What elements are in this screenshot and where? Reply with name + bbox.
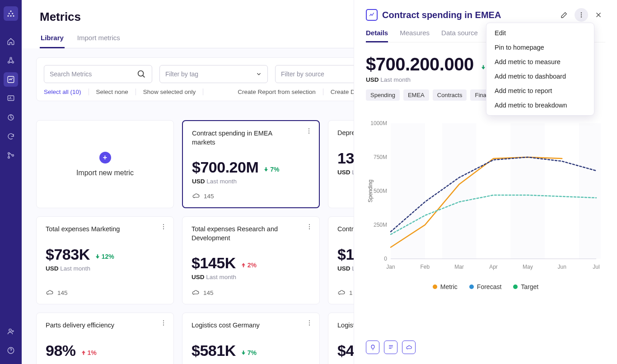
- main-region: Metrics Library Import metrics Search Me…: [22, 0, 617, 364]
- metric-card[interactable]: Parts delivery efficiency 98%1%: [36, 313, 174, 364]
- import-metric-card[interactable]: + Import new metric: [36, 120, 174, 208]
- svg-rect-45: [391, 123, 425, 259]
- svg-point-6: [10, 57, 12, 59]
- svg-point-18: [308, 128, 309, 129]
- nav-dashboards[interactable]: [4, 91, 18, 106]
- svg-point-1: [9, 13, 10, 14]
- menu-item-add-measure[interactable]: Add metric to measure: [486, 55, 594, 69]
- svg-text:May: May: [523, 264, 533, 270]
- svg-point-42: [581, 12, 582, 13]
- svg-point-7: [8, 61, 10, 63]
- tab-import-metrics[interactable]: Import metrics: [76, 30, 121, 48]
- nav-help[interactable]: [4, 343, 18, 358]
- create-report-link[interactable]: Create Report from selection: [230, 89, 323, 95]
- nav-reports[interactable]: [4, 110, 18, 125]
- card-title: Total expenses Marketing: [46, 225, 150, 234]
- svg-point-15: [9, 329, 11, 331]
- card-more-icon[interactable]: [306, 319, 313, 328]
- left-navbar: [0, 0, 22, 364]
- menu-item-add-dashboard[interactable]: Add metric to dashboard: [486, 69, 594, 84]
- card-title: Total expenses Research and Development: [192, 225, 295, 243]
- svg-rect-46: [442, 123, 477, 259]
- svg-text:Spending: Spending: [367, 180, 374, 203]
- card-more-icon[interactable]: [305, 127, 313, 136]
- search-placeholder: Search Metrics: [50, 70, 92, 78]
- svg-point-19: [308, 131, 309, 131]
- nav-metrics[interactable]: [4, 72, 18, 87]
- metric-card[interactable]: Contract spending in EMEA markets $700.2…: [182, 120, 320, 208]
- nav-users[interactable]: [4, 324, 18, 339]
- search-icon: [136, 69, 146, 79]
- import-label: Import new metric: [76, 169, 134, 177]
- panel-tab-measures[interactable]: Measures: [400, 29, 430, 42]
- card-currency: USD: [192, 274, 205, 280]
- menu-item-add-breakdown[interactable]: Add metric to breakdown: [486, 98, 594, 112]
- svg-text:Feb: Feb: [420, 264, 430, 270]
- svg-text:Jun: Jun: [557, 264, 566, 270]
- filter-tag-select[interactable]: Filter by tag: [159, 65, 268, 83]
- svg-point-38: [309, 325, 310, 326]
- insight-button[interactable]: [366, 341, 379, 354]
- card-value: $783K: [46, 246, 90, 263]
- panel-tab-details[interactable]: Details: [366, 29, 388, 42]
- card-more-icon[interactable]: [160, 319, 167, 328]
- nav-home[interactable]: [4, 34, 18, 49]
- card-currency: USD: [337, 265, 351, 272]
- card-delta: 12%: [94, 253, 114, 260]
- svg-rect-10: [8, 96, 14, 101]
- tag-chip[interactable]: EMEA: [403, 89, 429, 101]
- metric-card[interactable]: Total expenses Marketing $783K12% USD La…: [36, 216, 174, 304]
- panel-tab-data-source[interactable]: Data source: [441, 29, 478, 42]
- card-more-icon[interactable]: [160, 223, 167, 232]
- svg-point-2: [12, 13, 13, 14]
- more-options-button[interactable]: [575, 8, 588, 22]
- chevron-down-icon: [256, 71, 262, 77]
- legend-metric: Metric: [440, 283, 458, 290]
- svg-point-5: [13, 15, 14, 17]
- app-logo[interactable]: [4, 6, 18, 21]
- card-meta: 1: [337, 289, 353, 297]
- tag-chip[interactable]: Contracts: [433, 89, 467, 101]
- notes-button[interactable]: [384, 341, 397, 354]
- cloud-button[interactable]: [402, 341, 416, 354]
- card-title: Contract spending in EMEA markets: [192, 129, 296, 147]
- card-meta: 145: [46, 289, 68, 297]
- card-value: 98%: [46, 342, 76, 359]
- close-panel-button[interactable]: [592, 8, 605, 22]
- svg-point-13: [8, 157, 10, 159]
- svg-text:0: 0: [384, 256, 387, 262]
- card-more-icon[interactable]: [306, 223, 313, 232]
- metric-card[interactable]: Logistics cost Germany $581K7%: [182, 313, 320, 364]
- tag-chip[interactable]: Spending: [366, 89, 400, 101]
- svg-point-37: [309, 322, 310, 323]
- select-none-link[interactable]: Select none: [89, 89, 136, 95]
- metric-card[interactable]: Total expenses Research and Development …: [182, 216, 320, 304]
- card-period: Last month: [206, 274, 236, 280]
- plus-icon: +: [99, 152, 111, 163]
- svg-point-43: [581, 14, 582, 15]
- menu-item-edit[interactable]: Edit: [486, 26, 594, 40]
- edit-button[interactable]: [557, 8, 571, 22]
- more-options-menu: Edit Pin to homepage Add metric to measu…: [486, 23, 594, 116]
- search-input[interactable]: Search Metrics: [44, 65, 152, 83]
- nav-branches[interactable]: [4, 148, 18, 163]
- card-delta: 2%: [240, 261, 257, 269]
- menu-item-pin[interactable]: Pin to homepage: [486, 40, 594, 55]
- tab-library[interactable]: Library: [40, 30, 65, 48]
- show-selected-link[interactable]: Show selected only: [136, 89, 203, 95]
- card-value: $4: [337, 342, 354, 359]
- svg-point-44: [581, 16, 582, 17]
- card-value: $700.20M: [192, 159, 258, 176]
- svg-point-33: [163, 320, 164, 321]
- panel-metric-value: $700.200.000: [366, 54, 474, 75]
- card-meta: 145: [192, 192, 214, 200]
- svg-text:250M: 250M: [374, 222, 387, 228]
- svg-point-28: [309, 226, 310, 227]
- card-period: Last month: [60, 265, 90, 272]
- nav-sync[interactable]: [4, 129, 18, 144]
- menu-item-add-report[interactable]: Add metric to report: [486, 84, 594, 98]
- svg-point-8: [12, 61, 14, 63]
- select-all-link[interactable]: Select all (10): [44, 89, 89, 95]
- svg-point-24: [163, 224, 164, 225]
- nav-structure[interactable]: [4, 53, 18, 68]
